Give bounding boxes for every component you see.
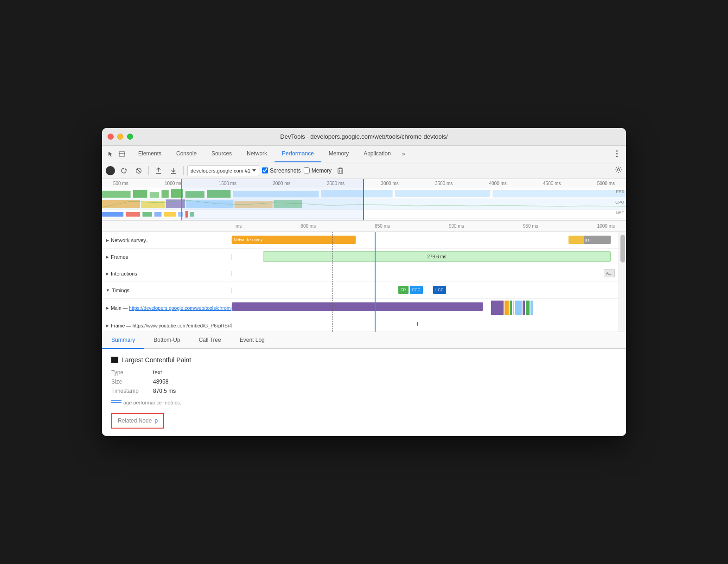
svg-rect-34 [178,212,183,217]
download-button[interactable] [167,165,179,177]
bottom-content: Largest Contentful Paint Type text Size … [102,349,626,436]
svg-rect-14 [161,190,168,198]
row-label-frames[interactable]: ▶ Frames [102,254,232,260]
collapse-icon[interactable]: ▼ [106,288,110,293]
tab-memory[interactable]: Memory [321,146,356,162]
expand-icon[interactable]: ▶ [106,306,109,310]
ruler-marks: 500 ms 1000 ms 1500 ms 2000 ms 2500 ms 3… [104,181,624,186]
maximize-button[interactable] [127,134,133,140]
row-content-main [232,299,619,317]
row-label-interactions[interactable]: ▶ Interactions [102,271,232,276]
timeline-rows: ▶ Network survey... Network survey... g … [102,232,626,332]
interaction-a-item: A... [604,269,615,277]
lcp-title-row: Largest Contentful Paint [111,356,617,364]
bottom-tabs: Summary Bottom-Up Call Tree Event Log [102,332,626,349]
url-selector[interactable]: developers.google.com #1 [187,165,259,176]
tab-elements[interactable]: Elements [131,146,169,162]
expand-icon[interactable]: ▶ [106,238,109,243]
reload-button[interactable] [118,165,130,177]
more-tabs[interactable]: » [398,151,409,157]
tab-sources[interactable]: Sources [204,146,239,162]
row-label-frame[interactable]: ▶ Frame — https://www.youtube.com/embed/… [102,323,232,328]
fps-overview-row: FPS [102,188,626,199]
desc-text: age performance metrics. [123,400,181,405]
devtools-window: DevTools - developers.google.com/web/too… [102,128,626,436]
settings-button[interactable] [615,166,622,175]
svg-rect-36 [190,212,194,217]
devtools-menu[interactable] [611,148,622,160]
timeline-main: ms 800 ms 850 ms 900 ms 950 ms 1000 ms ▶ [102,221,626,332]
cpu-overview-row: CPU [102,199,626,210]
clear-button[interactable] [133,165,145,177]
timing-fcp-marker[interactable]: FCP [410,286,423,294]
upload-button[interactable] [153,165,165,177]
trash-button[interactable] [334,165,346,177]
screenshots-checkbox-group: Screenshots [262,167,301,174]
bottom-panel: Summary Bottom-Up Call Tree Event Log La… [102,332,626,436]
row-content-timings: FP FCP LCP [232,282,619,298]
memory-checkbox[interactable] [304,167,310,173]
tab-event-log[interactable]: Event Log [230,332,274,349]
performance-toolbar: developers.google.com #1 Screenshots Mem… [102,162,626,179]
record-button[interactable] [106,166,115,175]
timeline-overview[interactable]: 500 ms 1000 ms 1500 ms 2000 ms 2500 ms 3… [102,179,626,221]
expand-icon[interactable]: ▶ [106,323,109,328]
tab-console[interactable]: Console [169,146,204,162]
related-node-box: Related Node p [111,413,164,429]
row-content-network-survey: Network survey... g g... [232,232,619,248]
timeline-row-main: ▶ Main — https://developers.google.com/w… [102,299,626,317]
network-bar-1: Network survey... [232,236,356,244]
net-overview-row: NET [102,210,626,219]
screenshots-checkbox[interactable] [262,167,268,173]
timeline-row-frame: ▶ Frame — https://www.youtube.com/embed/… [102,317,626,332]
cursor-icon[interactable] [106,148,116,160]
tab-application[interactable]: Application [356,146,398,162]
svg-rect-31 [142,212,152,217]
related-node-value[interactable]: p [154,417,158,424]
timing-lcp-marker[interactable]: LCP [433,286,446,294]
scrollbar-thumb[interactable] [620,235,625,263]
tab-bottom-up[interactable]: Bottom-Up [144,332,189,349]
tab-performance[interactable]: Performance [275,146,321,162]
timestamp-label: Timestamp [111,388,153,394]
close-button[interactable] [108,134,114,140]
svg-rect-6 [338,169,343,173]
main-thread-segments [491,301,619,315]
svg-rect-17 [207,190,230,198]
memory-label[interactable]: Memory [312,167,332,174]
timeline-row-timings: ▼ Timings FP FCP LCP [102,282,626,299]
row-label-main[interactable]: ▶ Main — https://developers.google.com/w… [102,305,232,311]
toolbar-separator-2 [183,166,184,175]
timing-fp-marker[interactable]: FP [398,286,409,294]
memory-checkbox-group: Memory [304,167,332,174]
svg-line-3 [137,169,140,172]
svg-rect-29 [102,212,123,217]
frame-marker [417,322,418,326]
svg-rect-13 [150,192,160,198]
minimize-button[interactable] [117,134,123,140]
svg-rect-11 [102,191,131,198]
row-label-timings[interactable]: ▼ Timings [102,288,232,293]
size-value: 48958 [153,378,168,385]
svg-rect-30 [126,212,140,217]
expand-icon[interactable]: ▶ [106,255,109,259]
lcp-icon [111,357,118,363]
type-row: Type text [111,369,617,376]
tab-summary[interactable]: Summary [102,332,144,349]
svg-rect-35 [185,211,188,218]
svg-point-10 [618,168,620,171]
titlebar: DevTools - developers.google.com/web/too… [102,128,626,146]
screenshots-label[interactable]: Screenshots [270,167,301,174]
devtools-body: Elements Console Sources Network Perform… [102,146,626,436]
network-bar-3: g g... [584,236,611,244]
tab-call-tree[interactable]: Call Tree [190,332,230,349]
timeline-ruler-row: ms 800 ms 850 ms 900 ms 950 ms 1000 ms [102,221,626,232]
tab-network[interactable]: Network [239,146,275,162]
row-label-network-survey[interactable]: ▶ Network survey... [102,237,232,243]
timeline-row-network-survey: ▶ Network survey... Network survey... g … [102,232,626,249]
svg-rect-20 [395,190,490,197]
dock-icon[interactable] [117,148,127,160]
expand-icon[interactable]: ▶ [106,271,109,276]
svg-rect-12 [133,190,147,198]
vertical-scrollbar[interactable] [619,232,626,332]
